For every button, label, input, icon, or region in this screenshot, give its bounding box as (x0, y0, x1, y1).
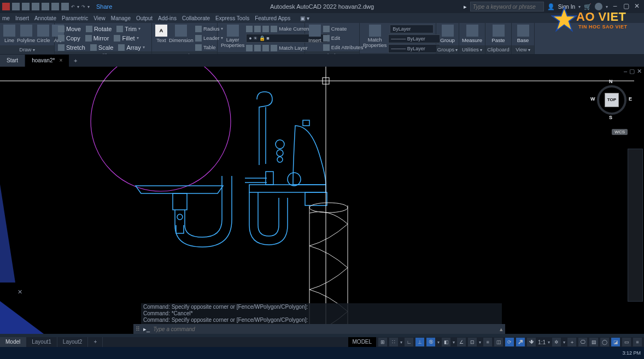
layer-icon-7[interactable] (262, 45, 269, 51)
iso-toggle[interactable]: ◧ (442, 338, 450, 346)
search-input[interactable] (470, 2, 544, 11)
view-cube[interactable]: TOP N S W E (589, 78, 633, 121)
tab-start[interactable]: Start (0, 55, 25, 67)
weight-combo[interactable]: ——— ByLayer (388, 44, 440, 53)
layer-icon-4[interactable] (271, 26, 277, 32)
group-button[interactable]: Group (440, 25, 455, 43)
saveas-icon[interactable] (42, 3, 49, 10)
taskbar-clock[interactable]: 3:12 PM (622, 350, 641, 356)
new-icon[interactable] (12, 3, 20, 10)
layer-properties-button[interactable]: Layer Properties (221, 25, 244, 48)
cycling-toggle[interactable]: ⟳ (505, 338, 514, 346)
menu-collaborate[interactable]: Collaborate (182, 15, 210, 21)
vp-close[interactable]: ✕ (637, 68, 642, 75)
cmd-up-icon[interactable]: ▴ (500, 326, 503, 333)
line-button[interactable]: Line (3, 25, 15, 43)
cube-top-face[interactable]: TOP (605, 93, 619, 107)
menu-parametric[interactable]: Parametric (62, 15, 88, 21)
cmd-handle-icon[interactable]: ⠿ (136, 326, 140, 333)
save-icon[interactable] (32, 3, 39, 10)
tab-close-icon[interactable]: × (59, 57, 62, 63)
layer-icon-1[interactable] (246, 26, 253, 32)
layout-2[interactable]: Layout2 (57, 337, 89, 347)
menu-home[interactable]: me (2, 15, 10, 21)
panel-layers-label[interactable]: Layers (218, 52, 305, 55)
drawing-canvas[interactable]: – ▢ ✕ (0, 67, 644, 334)
line-combo[interactable]: ——— ByLayer (388, 34, 440, 43)
redo-dd[interactable]: ▾ (87, 4, 90, 9)
iso-draft[interactable]: ◪ (611, 338, 620, 346)
otrack-toggle[interactable]: ⊡ (468, 338, 477, 346)
clean-toggle[interactable]: ▭ (622, 338, 631, 346)
compass-w[interactable]: W (590, 96, 595, 102)
panel-utilities-label[interactable]: Utilities (459, 45, 485, 54)
paste-button[interactable]: Paste (489, 25, 508, 43)
polyline-button[interactable]: Polyline (17, 25, 35, 43)
dyn-toggle[interactable]: 🡽 (516, 338, 525, 346)
circle-button[interactable]: Circle (37, 25, 50, 43)
autocad-logo-icon[interactable] (2, 3, 10, 10)
match-layer-button[interactable]: Match Layer (279, 45, 307, 51)
tab-file[interactable]: hoavan2*× (25, 55, 69, 67)
grid-toggle[interactable]: ⊞ (378, 338, 387, 346)
hardware-toggle[interactable]: ◯ (600, 338, 609, 346)
menu-output[interactable]: Output (136, 15, 153, 21)
layout-add[interactable]: + (88, 337, 103, 347)
compass-e[interactable]: E (629, 96, 632, 102)
customize-toggle[interactable]: ≡ (633, 338, 642, 346)
layer-icon-5[interactable] (246, 45, 253, 51)
command-input[interactable] (153, 326, 496, 332)
layer-icon-2[interactable] (254, 26, 261, 32)
panel-close-icon[interactable]: ✕ (17, 289, 22, 296)
stretch-button[interactable]: StretchScaleArray▾ (58, 43, 148, 51)
match-props-button[interactable]: Match Properties (363, 25, 387, 48)
redo-icon[interactable]: ↷ (81, 4, 85, 9)
share-button[interactable]: Share (96, 3, 112, 10)
qprops-toggle[interactable]: ▤ (589, 338, 598, 346)
undo-dd[interactable]: ▾ (77, 4, 79, 9)
panel-groups-label[interactable]: Groups (436, 45, 459, 54)
base-button[interactable]: Base (515, 25, 531, 43)
menu-addins[interactable]: Add-ins (158, 15, 177, 21)
dimension-button[interactable]: Dimension (169, 25, 194, 43)
plot-icon[interactable] (51, 3, 59, 10)
panel-annotation-label[interactable]: Annotation (152, 51, 217, 55)
panel-view-label[interactable]: View (512, 45, 534, 54)
monitor-toggle[interactable]: 🖵 (578, 338, 587, 346)
copy-button[interactable]: CopyMirrorFillet▾ (58, 34, 148, 42)
anno-scale[interactable]: 1:1 (538, 339, 546, 345)
menu-insert[interactable]: Insert (15, 15, 29, 21)
polar-toggle[interactable]: ⦿ (426, 338, 435, 346)
compass-s[interactable]: S (609, 115, 612, 120)
panel-clipboard-label[interactable]: Clipboard (485, 45, 511, 54)
windows-taskbar[interactable]: 3:12 PM (0, 347, 644, 359)
measure-button[interactable]: Measure (462, 25, 482, 43)
panel-modify-label[interactable]: Modify (55, 51, 151, 55)
ortho-toggle[interactable]: ⊥ (415, 338, 424, 346)
move-button[interactable]: MoveRotateTrim▾ (58, 25, 148, 33)
ribbon-more-icon[interactable]: ▣ ▾ (300, 15, 309, 21)
undo-icon[interactable]: ↶ (71, 4, 75, 9)
wcs-badge[interactable]: WCS (612, 129, 628, 135)
text-button[interactable]: AText (155, 25, 167, 43)
osnap-toggle[interactable]: ∠ (457, 338, 466, 346)
color-combo[interactable]: ByLayer (390, 25, 434, 33)
menu-express[interactable]: Express Tools (215, 15, 249, 21)
layer-icon-8[interactable] (271, 45, 277, 51)
layer-icon-6[interactable] (254, 45, 261, 51)
compass-n[interactable]: N (609, 79, 613, 84)
ws-toggle[interactable]: ✲ (552, 338, 561, 346)
model-space-label[interactable]: MODEL (348, 337, 377, 347)
menu-featured[interactable]: Featured Apps (255, 15, 290, 21)
navigation-bar[interactable] (628, 149, 643, 302)
layer-icon-3[interactable] (262, 26, 269, 32)
plus-toggle[interactable]: ＋ (567, 338, 576, 346)
menu-annotate[interactable]: Annotate (34, 15, 56, 21)
panel-properties-label[interactable]: Properties (360, 53, 436, 55)
insert-button[interactable]: Insert (308, 25, 321, 43)
panel-block-label[interactable]: Block (305, 51, 359, 55)
print-icon[interactable] (61, 3, 69, 10)
search-icon[interactable]: ▸ (464, 3, 467, 10)
layout-1[interactable]: Layout1 (26, 337, 57, 347)
command-line[interactable]: ⠿ ▸_ ▴ (133, 324, 505, 334)
